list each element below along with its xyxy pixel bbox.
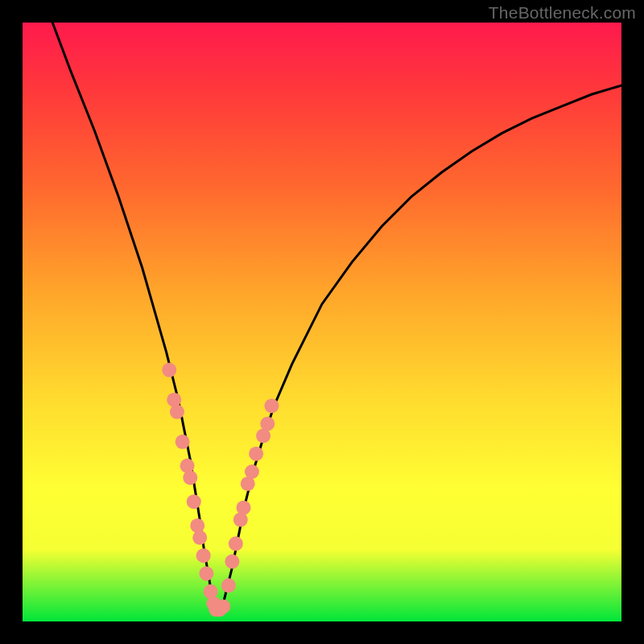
bottleneck-curve xyxy=(52,23,621,609)
marker-dot xyxy=(187,494,201,509)
marker-dot xyxy=(199,566,213,580)
marker-dot xyxy=(225,555,239,569)
marker-dot xyxy=(170,405,184,419)
marker-dot xyxy=(175,435,190,449)
plot-svg xyxy=(23,23,621,621)
marker-dot xyxy=(260,416,275,431)
marker-dot xyxy=(196,548,211,563)
plot-area xyxy=(23,23,621,621)
marker-dot xyxy=(245,464,259,479)
marker-dot xyxy=(192,530,207,545)
marker-dot xyxy=(249,447,263,461)
chart-container: TheBottleneck.com xyxy=(0,0,644,644)
marker-dot xyxy=(216,599,230,613)
curve-path xyxy=(52,23,621,609)
marker-dot xyxy=(229,536,243,551)
marker-dot xyxy=(221,578,236,592)
marker-dot xyxy=(183,470,197,485)
marker-dot xyxy=(237,501,251,515)
marker-dot xyxy=(162,363,176,378)
marker-dot xyxy=(190,518,204,533)
watermark-text: TheBottleneck.com xyxy=(489,3,636,23)
sample-markers xyxy=(162,363,279,617)
marker-dot xyxy=(265,398,279,413)
